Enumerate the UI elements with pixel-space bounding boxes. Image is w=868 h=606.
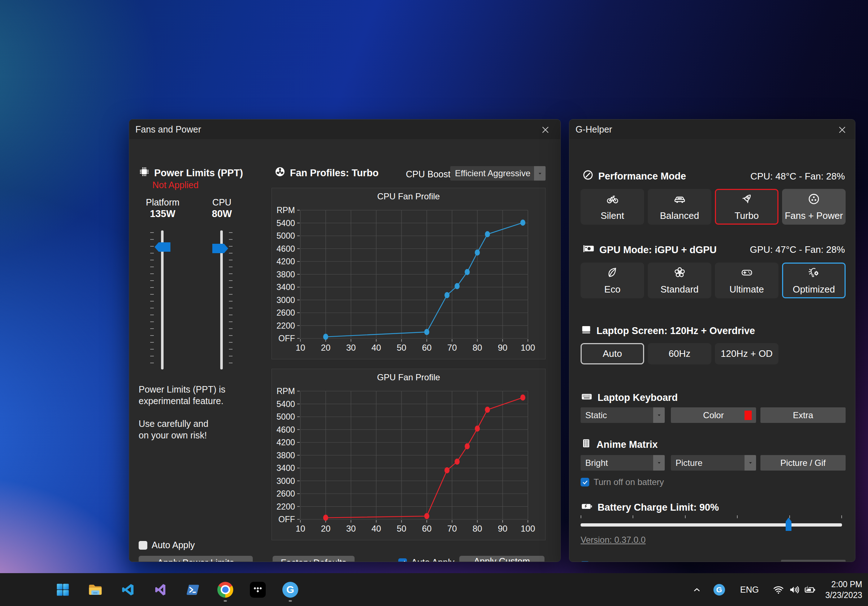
close-icon[interactable] (834, 123, 850, 136)
matrix-content-value: Picture (671, 458, 744, 468)
speaker-icon[interactable] (789, 584, 800, 595)
fans-window-title: Fans and Power (129, 124, 201, 135)
vscode-button[interactable] (117, 577, 139, 603)
keyboard-mode-value: Static (581, 410, 653, 420)
screen-mode-120hz-od[interactable]: 120Hz + OD (715, 343, 778, 364)
svg-text:100: 100 (521, 524, 535, 533)
svg-text:2600: 2600 (277, 489, 295, 498)
svg-text:4200: 4200 (277, 257, 295, 266)
gpu-mode-tiles: Eco Standard Ultimate Optimized (581, 263, 846, 298)
svg-text:3800: 3800 (277, 451, 295, 460)
battery-slider-track[interactable] (581, 523, 842, 527)
screen-mode-60hz[interactable]: 60Hz (648, 343, 711, 364)
battery-slider-thumb[interactable] (786, 518, 792, 531)
matrix-picture-gif-button[interactable]: Picture / Gif (760, 455, 846, 471)
powershell-button[interactable] (182, 577, 204, 603)
g-helper-button[interactable]: G (279, 577, 301, 603)
factory-defaults-button[interactable]: Factory Defaults (273, 556, 355, 562)
version-link[interactable]: Version: 0.37.0.0 (581, 535, 646, 545)
power-limits-heading-row: Power Limits (PPT) (139, 166, 243, 180)
svg-text:60: 60 (422, 524, 432, 533)
power-limits-note-2: Use carefully and on your own risk! (139, 418, 208, 441)
apply-power-limits-button[interactable]: Apply Power Limits (139, 556, 253, 562)
chevron-down-icon (653, 408, 665, 423)
svg-text:10: 10 (296, 343, 305, 352)
turn-off-on-battery-checkbox[interactable] (581, 478, 589, 487)
svg-text:5400: 5400 (277, 400, 295, 409)
perf-mode-turbo[interactable]: Turbo (715, 189, 778, 225)
keyboard-color-button[interactable]: Color (671, 408, 756, 423)
perf-mode-balanced[interactable]: Balanced (648, 189, 711, 225)
platform-value: 135W (136, 208, 189, 220)
gpu-mode-ultimate[interactable]: Ultimate (715, 263, 778, 298)
visual-studio-icon (152, 582, 168, 598)
perf-mode-silent[interactable]: Silent (581, 189, 644, 225)
fan-icon (274, 166, 285, 180)
tray-chevron-up-icon[interactable] (692, 585, 702, 595)
screen-mode-auto[interactable]: Auto (581, 343, 644, 364)
perf-mode-fans-power[interactable]: Fans + Power (782, 189, 846, 225)
cpu-boost-dropdown[interactable]: Efficient Aggressive (450, 166, 546, 181)
keyboard-extra-button[interactable]: Extra (760, 408, 846, 423)
curve-auto-apply-checkbox[interactable] (398, 558, 407, 562)
turn-off-on-battery-label: Turn off on battery (594, 477, 664, 487)
rocket-icon (740, 192, 753, 207)
tidal-button[interactable] (247, 577, 269, 603)
fan-circle-icon (808, 192, 820, 207)
battery-tray-icon[interactable] (804, 584, 816, 595)
taskbar: G G ENG 2:00 PM 3/23/2023 (0, 573, 868, 606)
tray-g-helper-icon[interactable]: G (713, 584, 725, 595)
screen-mode-tiles: Auto 60Hz 120Hz + OD (581, 343, 778, 364)
flower-icon (673, 266, 687, 281)
bicycle-icon (606, 192, 619, 207)
run-on-startup-checkbox[interactable] (581, 561, 589, 562)
gpu-mode-standard[interactable]: Standard (648, 263, 711, 298)
anime-matrix-heading-row: Anime Matrix (581, 438, 658, 451)
taskbar-clock[interactable]: 2:00 PM 3/23/2023 (825, 579, 862, 601)
chrome-button[interactable] (214, 577, 236, 603)
quit-button[interactable]: Quit (781, 560, 846, 562)
platform-slider-thumb[interactable] (155, 242, 170, 252)
keyboard-mode-dropdown[interactable]: Static (581, 408, 665, 423)
curve-auto-apply-label: Auto Apply (411, 557, 454, 562)
gpu-fan-chart[interactable]: RPM540050004600420038003400300026002200O… (271, 369, 546, 540)
file-explorer-button[interactable] (84, 577, 106, 603)
svg-text:3000: 3000 (277, 476, 295, 486)
gpu-mode-optimized[interactable]: Optimized (782, 263, 846, 298)
battery-heading-row: Battery Charge Limit: 90% (581, 500, 719, 515)
svg-text:CPU Fan Profile: CPU Fan Profile (377, 191, 440, 201)
gauge-icon (583, 169, 594, 183)
fans-and-power-window: Fans and Power Power Limits (PPT) Not Ap… (129, 119, 561, 562)
svg-text:4200: 4200 (277, 438, 295, 447)
cpu-fan-chart[interactable]: RPM540050004600420038003400300026002200O… (271, 188, 546, 360)
start-button[interactable] (52, 577, 74, 603)
matrix-content-dropdown[interactable]: Picture (671, 455, 756, 471)
svg-text:20: 20 (321, 343, 331, 352)
tray-language[interactable]: ENG (740, 585, 759, 595)
fan-profiles-heading-row: Fan Profiles: Turbo (274, 166, 379, 180)
taskbar-apps: G (52, 573, 301, 606)
fans-window-titlebar[interactable]: Fans and Power (129, 119, 560, 139)
car-icon (673, 192, 687, 207)
ghelper-window-titlebar[interactable]: G-Helper (569, 119, 855, 139)
power-auto-apply-checkbox[interactable] (139, 541, 147, 550)
tidal-icon (250, 582, 266, 598)
svg-text:30: 30 (346, 343, 356, 352)
svg-text:70: 70 (447, 343, 457, 352)
close-icon[interactable] (537, 123, 553, 136)
matrix-brightness-dropdown[interactable]: Bright (581, 455, 665, 471)
apply-custom-curve-button[interactable]: Apply Custom Curve (459, 556, 544, 562)
svg-text:50: 50 (397, 524, 406, 533)
svg-text:3400: 3400 (277, 282, 295, 292)
chevron-down-icon (744, 455, 756, 471)
svg-text:4600: 4600 (277, 425, 295, 434)
svg-text:80: 80 (473, 343, 482, 352)
cpu-slider-thumb[interactable] (212, 244, 228, 253)
visual-studio-button[interactable] (149, 577, 171, 603)
platform-label: Platform (136, 197, 189, 208)
wifi-icon[interactable] (773, 584, 784, 595)
platform-slider-ticks (150, 232, 154, 367)
run-on-startup-row: Run on Startup (581, 560, 654, 562)
cpu-boost-value: Efficient Aggressive (450, 168, 534, 178)
gpu-mode-eco[interactable]: Eco (581, 263, 644, 298)
